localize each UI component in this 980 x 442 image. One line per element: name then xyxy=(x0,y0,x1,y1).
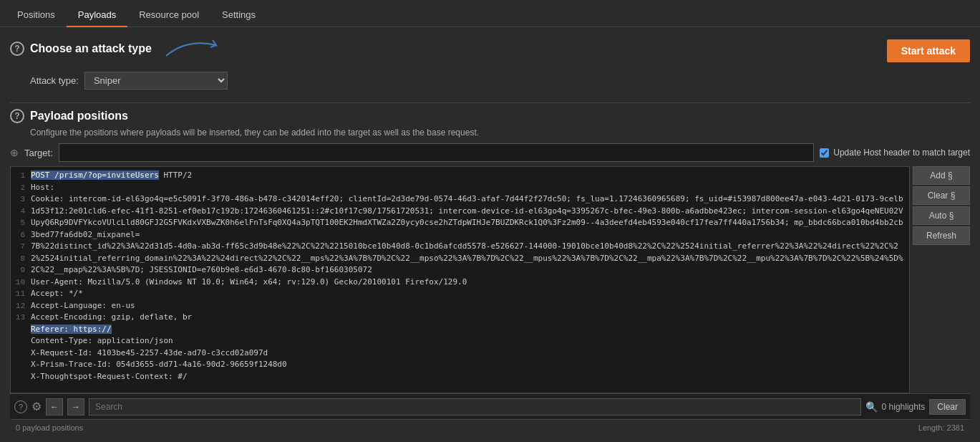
update-host-label: Update Host header to match target xyxy=(833,148,970,158)
status-bar: 0 payload positions Length: 2381 xyxy=(10,419,970,435)
highlights-badge: 0 highlights xyxy=(882,402,926,412)
start-attack-button[interactable]: Start attack xyxy=(887,39,970,62)
attack-type-label: Attack type: xyxy=(30,75,79,86)
target-input[interactable] xyxy=(59,143,814,162)
clear-section-button[interactable]: Clear § xyxy=(913,186,970,205)
main-content: ? Choose an attack type Start attack Att… xyxy=(0,27,980,442)
attack-type-title: Choose an attack type xyxy=(30,42,152,55)
refresh-button[interactable]: Refresh xyxy=(913,226,970,245)
search-input[interactable] xyxy=(89,398,861,415)
line-numbers: 12345 678910 111213 xyxy=(14,170,31,383)
request-content: POST /prism/?op=inviteUsers HTTP/2 Host:… xyxy=(31,170,906,383)
target-label: Target: xyxy=(24,148,53,158)
tab-positions[interactable]: Positions xyxy=(6,4,67,27)
divider xyxy=(10,102,970,103)
payload-positions-help-icon[interactable]: ? xyxy=(10,109,24,123)
tab-settings[interactable]: Settings xyxy=(210,4,267,27)
back-button[interactable]: ← xyxy=(46,398,63,415)
update-host-checkbox-row: Update Host header to match target xyxy=(820,148,970,158)
bottom-bar: ? ⚙ ← → 🔍 0 highlights Clear xyxy=(10,393,970,419)
payload-positions-count: 0 payload positions xyxy=(16,423,83,432)
target-crosshair-icon: ⊕ xyxy=(10,147,19,158)
update-host-checkbox[interactable] xyxy=(820,148,829,158)
arrow-annotation xyxy=(159,34,245,63)
payload-positions-title: Payload positions xyxy=(30,110,128,122)
payload-positions-description: Configure the positions where payloads w… xyxy=(30,128,970,138)
editor-container: 12345 678910 111213 POST /prism/?op=invi… xyxy=(10,166,970,393)
tab-resource-pool[interactable]: Resource pool xyxy=(127,4,210,27)
clear-search-button[interactable]: Clear xyxy=(929,399,966,415)
search-icon: 🔍 xyxy=(865,401,878,413)
top-navigation: Positions Payloads Resource pool Setting… xyxy=(0,0,980,27)
length-display: Length: 2381 xyxy=(918,423,964,432)
target-row: ⊕ Target: Update Host header to match ta… xyxy=(10,143,970,162)
request-editor[interactable]: 12345 678910 111213 POST /prism/?op=invi… xyxy=(10,166,910,393)
forward-button[interactable]: → xyxy=(67,398,84,415)
bottom-gear-icon[interactable]: ⚙ xyxy=(31,400,42,413)
payload-positions-section: ? Payload positions Configure the positi… xyxy=(10,109,970,435)
bottom-help-icon[interactable]: ? xyxy=(14,400,27,413)
auto-section-button[interactable]: Auto § xyxy=(913,206,970,225)
attack-type-section: ? Choose an attack type Start attack Att… xyxy=(10,34,970,97)
attack-type-help-icon[interactable]: ? xyxy=(10,42,24,56)
tab-payloads[interactable]: Payloads xyxy=(67,4,127,27)
attack-type-select[interactable]: Sniper xyxy=(84,72,228,90)
sidebar-buttons: Add § Clear § Auto § Refresh xyxy=(913,166,970,393)
add-section-button[interactable]: Add § xyxy=(913,166,970,185)
